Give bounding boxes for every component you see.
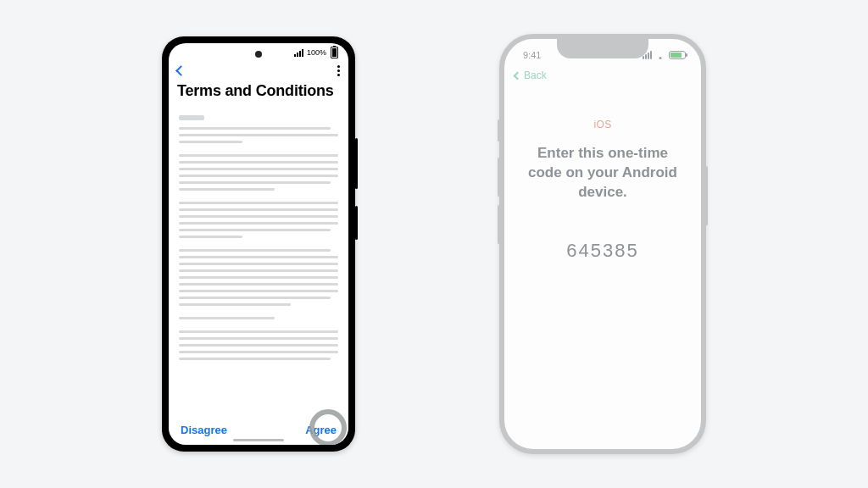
terms-placeholder-line	[179, 249, 331, 252]
iphone-notch	[557, 38, 648, 58]
instruction-text: Enter this one-time code on your Android…	[526, 144, 679, 202]
back-icon[interactable]	[175, 65, 186, 76]
terms-placeholder-line	[179, 297, 331, 299]
chevron-left-icon	[514, 71, 522, 80]
android-camera-hole	[255, 51, 262, 58]
platform-label: iOS	[594, 119, 612, 130]
terms-placeholder-line	[179, 188, 275, 191]
terms-placeholder-line	[179, 154, 338, 157]
android-nav-bar	[169, 62, 348, 82]
terms-placeholder-line	[179, 168, 338, 170]
battery-icon	[669, 51, 686, 59]
battery-icon	[331, 47, 338, 58]
terms-content[interactable]	[169, 107, 348, 419]
terms-placeholder-line	[179, 236, 242, 238]
terms-placeholder-line	[179, 276, 338, 279]
terms-placeholder-line	[179, 134, 338, 136]
page-title: Terms and Conditions	[169, 82, 348, 107]
iphone-mute-switch	[498, 119, 500, 141]
wifi-icon	[655, 52, 665, 59]
terms-placeholder-line	[179, 208, 338, 211]
terms-placeholder-heading	[179, 115, 204, 120]
pairing-code: 645385	[566, 240, 638, 262]
back-label: Back	[524, 69, 547, 81]
terms-placeholder-line	[179, 141, 242, 143]
terms-placeholder-line	[179, 344, 338, 347]
back-button[interactable]: Back	[515, 69, 547, 81]
terms-placeholder-line	[179, 181, 331, 184]
signal-icon	[294, 49, 303, 57]
android-screen: 100% Terms and Conditions	[169, 43, 348, 445]
terms-placeholder-line	[179, 283, 338, 286]
ios-content: iOS Enter this one-time code on your And…	[504, 86, 701, 449]
terms-placeholder-line	[179, 222, 338, 225]
terms-placeholder-line	[179, 358, 331, 360]
terms-placeholder-line	[179, 317, 275, 319]
terms-placeholder-line	[179, 269, 338, 272]
terms-placeholder-line	[179, 256, 338, 258]
terms-placeholder-line	[179, 175, 338, 177]
terms-placeholder-line	[179, 229, 331, 231]
agree-button[interactable]: Agree	[305, 424, 337, 436]
disagree-button[interactable]: Disagree	[181, 424, 227, 436]
terms-placeholder-line	[179, 202, 338, 204]
iphone-device: 9:41 Back iOS Enter this one-time code o…	[499, 34, 706, 454]
iphone-side-button	[705, 166, 708, 225]
terms-placeholder-line	[179, 351, 338, 353]
terms-placeholder-line	[179, 215, 338, 218]
battery-text: 100%	[307, 48, 326, 57]
terms-placeholder-line	[179, 303, 291, 306]
terms-placeholder-line	[179, 290, 338, 292]
android-device: 100% Terms and Conditions	[162, 36, 355, 452]
iphone-screen: 9:41 Back iOS Enter this one-time code o…	[504, 39, 701, 449]
more-options-icon[interactable]	[337, 65, 340, 76]
iphone-volume-up	[498, 158, 500, 197]
terms-placeholder-line	[179, 127, 331, 130]
terms-placeholder-line	[179, 337, 338, 340]
terms-placeholder-line	[179, 263, 338, 265]
ios-nav-bar: Back	[504, 64, 701, 86]
terms-placeholder-line	[179, 330, 338, 333]
ios-status-time: 9:41	[523, 50, 541, 60]
iphone-volume-down	[498, 205, 500, 244]
android-power-button	[355, 138, 358, 189]
android-home-indicator	[233, 439, 284, 441]
terms-placeholder-line	[179, 161, 338, 164]
android-volume-button	[355, 206, 358, 240]
